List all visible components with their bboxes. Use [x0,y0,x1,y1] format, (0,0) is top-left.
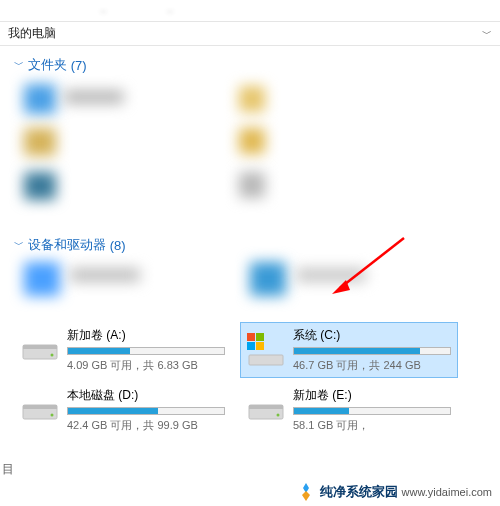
drive-info: 新加卷 (A:)4.09 GB 可用，共 6.83 GB [67,327,225,373]
device-item[interactable] [70,268,140,282]
status-left: 目 [2,461,14,478]
watermark-bar: 纯净系统家园 www.yidaimei.com [0,478,500,506]
folder-item[interactable] [239,86,265,112]
svg-rect-14 [249,405,283,409]
section-folders-header[interactable]: ﹀ 文件夹 (7) [14,56,486,74]
drive-free-text: 46.7 GB 可用，共 244 GB [293,358,451,373]
brand-name: 纯净系统家园 [320,483,398,501]
folder-item[interactable] [24,172,56,200]
section-label: 设备和驱动器 [28,236,106,254]
drive-name: 新加卷 (E:) [293,387,451,404]
collapse-icon: ﹀ [14,238,24,252]
chevron-down-icon[interactable]: ﹀ [482,27,492,41]
menu-item[interactable]: ·· [100,4,107,18]
menu-bar: ·· ·· [0,0,500,22]
folder-item[interactable] [64,90,124,104]
folders-grid [14,78,486,228]
svg-rect-5 [249,355,283,365]
svg-rect-7 [256,333,264,341]
svg-point-15 [277,414,280,417]
drive-free-text: 4.09 GB 可用，共 6.83 GB [67,358,225,373]
devices-blurred-row [14,258,486,316]
drive-free-text: 58.1 GB 可用， [293,418,451,433]
drive-name: 新加卷 (A:) [67,327,225,344]
drive-info: 系统 (C:)46.7 GB 可用，共 244 GB [293,327,451,373]
folder-item[interactable] [239,172,265,198]
content-area: ﹀ 文件夹 (7) ﹀ 设备和驱动器 (8) 新加卷 (A:)4.09 GB 可… [0,46,500,478]
usage-bar [293,407,451,415]
drive-name: 本地磁盘 (D:) [67,387,225,404]
drive-item[interactable]: 新加卷 (E:)58.1 GB 可用， [240,382,458,438]
folder-item[interactable] [24,84,56,114]
svg-rect-8 [247,342,255,350]
drive-hdd-icon [245,389,287,431]
drive-info: 新加卷 (E:)58.1 GB 可用， [293,387,451,433]
brand-url: www.yidaimei.com [402,486,492,498]
section-count: (7) [71,58,87,73]
folder-item[interactable] [24,128,56,156]
usage-bar [293,347,451,355]
svg-rect-11 [23,405,57,409]
drive-item[interactable]: 新加卷 (A:)4.09 GB 可用，共 6.83 GB [14,322,232,378]
section-label: 文件夹 [28,56,67,74]
device-item[interactable] [296,268,366,282]
svg-point-4 [51,354,54,357]
location-bar[interactable]: 我的电脑 ﹀ [0,22,500,46]
drive-item[interactable]: 系统 (C:)46.7 GB 可用，共 244 GB [240,322,458,378]
usage-bar [67,347,225,355]
drive-info: 本地磁盘 (D:)42.4 GB 可用，共 99.9 GB [67,387,225,433]
section-count: (8) [110,238,126,253]
location-title: 我的电脑 [8,25,56,42]
drive-hdd-icon [19,389,61,431]
usage-bar [67,407,225,415]
collapse-icon: ﹀ [14,58,24,72]
drive-free-text: 42.4 GB 可用，共 99.9 GB [67,418,225,433]
drive-hdd-icon [19,329,61,371]
device-item[interactable] [24,262,60,296]
svg-rect-6 [247,333,255,341]
drive-name: 系统 (C:) [293,327,451,344]
drive-item[interactable]: 本地磁盘 (D:)42.4 GB 可用，共 99.9 GB [14,382,232,438]
folder-item[interactable] [239,128,265,154]
svg-rect-9 [256,342,264,350]
brand-logo-icon [296,482,316,502]
device-item[interactable] [250,262,286,296]
menu-item[interactable]: ·· [167,4,174,18]
svg-point-12 [51,414,54,417]
drive-os-icon [245,329,287,371]
svg-rect-3 [23,345,57,349]
section-devices-header[interactable]: ﹀ 设备和驱动器 (8) [14,236,486,254]
